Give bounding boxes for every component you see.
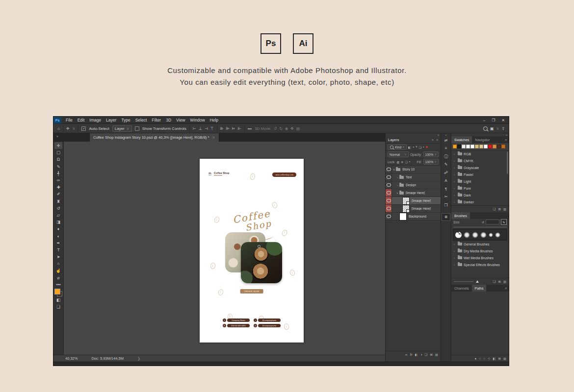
new-group-icon[interactable]: ❏ <box>425 353 428 357</box>
quick-selection-tool[interactable]: ✎ <box>54 163 62 170</box>
align-left-icon[interactable]: ⊢ <box>193 126 196 131</box>
drag-icon[interactable]: ◈ <box>285 126 288 131</box>
visibility-toggle[interactable] <box>386 189 392 196</box>
clone-stamp-tool[interactable]: ♜ <box>54 198 62 205</box>
visibility-toggle[interactable] <box>386 197 392 204</box>
more-options-icon[interactable]: ••• <box>248 126 252 131</box>
eraser-tool[interactable]: ▱ <box>54 212 62 219</box>
gradient-tool[interactable]: ◨ <box>54 219 62 225</box>
history-brush-tool[interactable]: ↺ <box>54 205 62 212</box>
expander-icon[interactable]: ∨ <box>395 191 399 195</box>
marquee-tool[interactable]: ▢ <box>54 149 62 156</box>
preview-size-slider[interactable] <box>454 281 473 282</box>
distribute-right-icon[interactable]: ⊨ <box>232 126 235 131</box>
document-tab[interactable]: Coffee Shop Instagram Story 10.psd @ 40,… <box>90 133 219 142</box>
swatch[interactable] <box>484 145 488 148</box>
libraries-panel-icon[interactable]: ❒ <box>442 201 450 209</box>
layer-style-icon[interactable]: fx <box>410 353 412 356</box>
menu-image[interactable]: Image <box>87 118 104 122</box>
glyphs-panel-icon[interactable]: ✂ <box>442 193 450 201</box>
layers-panel-icon[interactable]: ≣ <box>442 213 450 221</box>
swatch[interactable] <box>493 145 496 148</box>
layer-row[interactable]: › Text <box>386 173 441 181</box>
dodge-tool[interactable]: ◐ <box>54 232 62 239</box>
soft-round-brush[interactable] <box>464 232 470 238</box>
soft-round-brush[interactable] <box>489 233 493 237</box>
paragraph-panel-icon[interactable]: ¶ <box>442 185 450 193</box>
visibility-toggle[interactable] <box>386 181 392 189</box>
scale-icon[interactable]: ▤ <box>296 126 300 131</box>
type-tool[interactable]: T <box>54 246 62 253</box>
filter-on-indicator[interactable] <box>426 146 428 148</box>
minimize-icon[interactable]: – <box>483 118 485 122</box>
visibility-toggle[interactable] <box>386 166 392 173</box>
hard-round-brush[interactable] <box>455 232 462 238</box>
new-group-icon[interactable]: ❏ <box>493 207 496 211</box>
expander-icon[interactable]: › <box>395 184 399 187</box>
soft-round-brush[interactable] <box>480 232 487 238</box>
menu-window[interactable]: Window <box>187 118 207 122</box>
search-icon[interactable] <box>483 126 488 131</box>
expander-icon[interactable]: ∨ <box>392 168 396 171</box>
filter-kind-dropdown[interactable]: Kind ∨ <box>388 144 407 150</box>
swatch-group-rgb[interactable]: › RGB <box>451 150 509 157</box>
character-panel-icon[interactable]: A <box>442 177 450 185</box>
lasso-tool[interactable]: Ω <box>54 156 62 163</box>
canvas[interactable]: ☕ Coffee Shop www.coffeeshop.com <box>64 142 385 355</box>
stroke-path-icon[interactable]: ○ <box>479 357 481 360</box>
tab-brushes[interactable]: Brushes <box>451 212 470 219</box>
tab-navigator[interactable]: Navigator <box>472 136 493 143</box>
swatch-group-grayscale[interactable]: › Grayscale <box>451 164 509 171</box>
brush-tool[interactable]: ✐ <box>54 191 62 197</box>
swatch-group-dark[interactable]: › Dark <box>451 192 509 198</box>
align-right-icon[interactable]: ⊣ <box>205 126 208 131</box>
swatch[interactable] <box>453 145 457 148</box>
auto-select-checkbox[interactable]: ✓ <box>81 126 86 131</box>
tab-paths[interactable]: Paths <box>472 285 487 292</box>
visibility-toggle[interactable] <box>386 213 392 220</box>
status-chevron-icon[interactable]: ❯ <box>137 356 140 361</box>
visibility-toggle[interactable] <box>386 205 392 212</box>
soft-round-brush[interactable] <box>495 232 500 238</box>
zoom-level[interactable]: 40,32% <box>65 356 78 361</box>
link-layers-icon[interactable]: ∞ <box>405 353 408 356</box>
restore-icon[interactable]: ❐ <box>492 118 495 122</box>
pen-tool[interactable]: ✒ <box>54 240 62 246</box>
fill-path-icon[interactable]: ● <box>474 357 476 360</box>
brush-group-wet[interactable]: › Wet Media Brushes <box>451 254 509 261</box>
show-transform-checkbox[interactable] <box>135 126 139 131</box>
selection-from-path-icon[interactable]: ○ <box>483 357 485 360</box>
menu-select[interactable]: Select <box>133 118 150 122</box>
tab-close-icon[interactable]: ✕ <box>212 135 215 140</box>
blur-tool[interactable]: ♦ <box>54 225 62 232</box>
size-input[interactable] <box>486 220 499 224</box>
brush-group-dry[interactable]: › Dry Media Brushes <box>451 247 509 254</box>
lock-transparent-icon[interactable]: ▨ <box>397 160 400 164</box>
expander-icon[interactable]: › <box>395 176 399 179</box>
share-icon[interactable]: ⇪ <box>501 126 505 131</box>
auto-select-target-dropdown[interactable]: Layer ∨ <box>112 125 132 132</box>
visibility-toggle[interactable] <box>386 173 392 181</box>
edit-toolbar-icon[interactable]: ••• <box>54 281 62 288</box>
panel-menu-icon[interactable]: ≡ <box>505 285 509 292</box>
tab-channels[interactable]: Channels <box>451 285 472 292</box>
brush-settings-panel-icon[interactable]: ✎ <box>442 161 450 169</box>
brush-group-special[interactable]: › Special Effects Brushes <box>451 261 509 268</box>
path-from-selection-icon[interactable]: ◇ <box>488 357 490 361</box>
swatch[interactable] <box>497 145 501 148</box>
swatch-group-light[interactable]: › Light <box>451 178 509 185</box>
panel-menu-icon[interactable]: ≡ <box>436 138 438 142</box>
swatch[interactable] <box>470 145 474 148</box>
swatch-group-cmyk[interactable]: › CMYK <box>451 157 509 164</box>
home-icon[interactable]: ⌂ <box>57 126 60 131</box>
brush-size-slider[interactable] <box>451 225 509 229</box>
opacity-dropdown[interactable]: 100% ∨ <box>423 151 439 157</box>
new-brush-icon[interactable]: ⊞ <box>498 280 500 284</box>
quick-mask-icon[interactable]: ◧ <box>54 296 62 303</box>
crop-tool[interactable]: ╃ <box>54 170 62 177</box>
roll-icon[interactable]: ↻ <box>279 126 283 131</box>
zoom-tool[interactable]: ⌀ <box>54 274 62 281</box>
filter-shape-icon[interactable]: ❏ <box>419 146 421 149</box>
swatch[interactable] <box>501 145 505 148</box>
slide-icon[interactable]: ✥ <box>290 126 294 131</box>
